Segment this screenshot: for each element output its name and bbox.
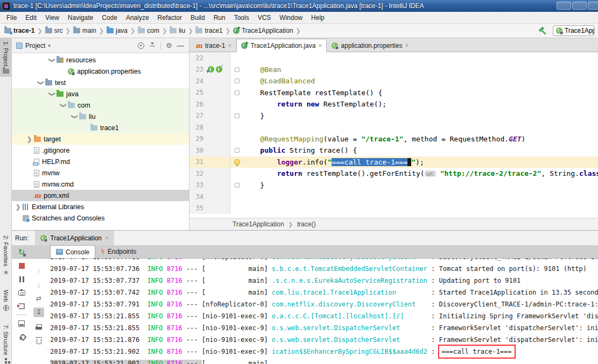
code-line[interactable]: 30 public String trace() {	[189, 145, 598, 156]
tree-item-application.properties[interactable]: application.properties	[12, 66, 189, 77]
menu-help[interactable]: Help	[307, 13, 329, 23]
tree-chevron-icon[interactable]: ❯	[48, 89, 56, 98]
settings-gear-icon[interactable]: ⚙	[165, 42, 173, 49]
menu-code[interactable]: Code	[97, 13, 122, 23]
tree-item-mvnw[interactable]: mvnw	[12, 167, 189, 179]
build-hammer-icon[interactable]	[538, 26, 547, 35]
locate-icon[interactable]	[137, 42, 145, 49]
pause-button[interactable]	[16, 274, 27, 284]
code-line[interactable]: 35	[189, 203, 598, 215]
close-icon[interactable]: ×	[105, 235, 109, 241]
tree-item-pom.xml[interactable]: pom.xml	[12, 190, 189, 201]
tab-endpoints[interactable]: ϟEndpoints	[95, 245, 142, 258]
menu-analyze[interactable]: Analyze	[122, 13, 153, 23]
menu-view[interactable]: View	[41, 13, 64, 23]
tree-item-com[interactable]: ❯com	[12, 99, 189, 111]
menu-window[interactable]: Window	[275, 13, 307, 23]
breadcrumb-item-trace1application[interactable]: Trace1Application	[232, 26, 294, 35]
run-tab-trace1application[interactable]: Trace1Application ×	[35, 231, 114, 245]
thread-dump-button[interactable]	[16, 288, 27, 297]
tree-item-help.md[interactable]: HELP.md	[12, 156, 189, 167]
scroll-end-button[interactable]: ↧	[33, 308, 44, 317]
code-line[interactable]: 27 }	[189, 110, 598, 122]
minimize-button[interactable]	[557, 2, 571, 10]
breadcrumb-item-trace-1[interactable]: trace-1	[3, 26, 36, 35]
tool-button-favorites[interactable]: 2: Favorites★	[0, 232, 12, 279]
code-line[interactable]: 23 @Bean	[189, 64, 598, 76]
code-line[interactable]: 24 @LoadBalanced	[189, 75, 598, 87]
tree-item-mvnw.cmd[interactable]: mvnw.cmd	[12, 179, 189, 190]
maximize-button[interactable]	[572, 2, 587, 10]
menu-tools[interactable]: Tools	[230, 13, 254, 23]
bean-icon bean-check[interactable]	[216, 66, 222, 73]
editor-tab-application.properties[interactable]: application.properties×	[327, 39, 413, 52]
menu-run[interactable]: Run	[209, 13, 230, 23]
code-line[interactable]: 25 RestTemplate restTemplate() {	[189, 87, 598, 99]
tree-item-.gitignore[interactable]: .gitignore	[12, 145, 189, 156]
fold-marker-icon[interactable]	[235, 90, 240, 95]
breadcrumb-class[interactable]: Trace1Application	[233, 220, 284, 228]
editor-tab-trace1application.java[interactable]: Trace1Application.java×	[236, 39, 327, 52]
menu-file[interactable]: File	[2, 13, 21, 23]
breadcrumb-item-java[interactable]: java	[105, 26, 129, 35]
tree-item-target[interactable]: ❯target	[12, 133, 189, 145]
tree-chevron-icon[interactable]: ❯	[48, 55, 56, 65]
breadcrumb-item-trace1[interactable]: trace1	[194, 26, 223, 35]
bulb-icon[interactable]	[234, 159, 240, 165]
tree-item-java[interactable]: ❯java	[12, 88, 189, 99]
editor-tab-trace-1[interactable]: trace-1×	[191, 39, 236, 52]
hide-panel-icon[interactable]: —	[176, 42, 185, 49]
menu-refactor[interactable]: Refactor	[153, 13, 186, 23]
tab-console[interactable]: Console	[50, 245, 95, 258]
fold-marker-icon[interactable]	[235, 67, 240, 72]
up-button[interactable]: ↑	[33, 266, 44, 275]
code-line[interactable]: 26 return new RestTemplate();	[189, 98, 598, 110]
code-line[interactable]: 34	[189, 191, 598, 203]
layout-button[interactable]	[16, 319, 27, 329]
menu-vcs[interactable]: VCS	[254, 13, 276, 23]
tree-item-test[interactable]: ❯test	[12, 77, 189, 88]
print-button[interactable]	[33, 322, 44, 331]
tree-chevron-icon[interactable]: ❯	[13, 203, 23, 211]
tree-item-scratches-and-consoles[interactable]: Scratches and Consoles	[12, 212, 189, 224]
tree-chevron-icon[interactable]: ❯	[37, 78, 45, 87]
tree-chevron-icon[interactable]: ❯	[60, 101, 67, 110]
tool-button-web[interactable]: Web	[0, 287, 12, 313]
chevron-down-icon[interactable]: ▾	[48, 43, 51, 48]
code-line[interactable]: 28	[189, 122, 598, 133]
menu-edit[interactable]: Edit	[21, 13, 41, 23]
soft-wrap-button[interactable]: ⇄	[33, 294, 44, 303]
pin-button[interactable]	[16, 332, 27, 342]
code-editor[interactable]: 2223 @Bean24 @LoadBalanced25 RestTemplat…	[189, 52, 598, 214]
project-panel-title[interactable]: Project	[25, 42, 45, 49]
fold-marker-icon[interactable]	[235, 183, 240, 188]
close-icon[interactable]: ×	[318, 42, 322, 49]
close-button[interactable]	[588, 2, 598, 10]
stop-button[interactable]	[16, 261, 27, 270]
console-output[interactable]: 2019-07-17 15:53:07.718 INFO 8716 --- [n…	[50, 259, 598, 364]
tool-button-project[interactable]: 1: Project	[0, 38, 12, 77]
fold-marker-icon[interactable]	[235, 148, 240, 153]
breadcrumb-item-liu[interactable]: liu	[168, 26, 186, 35]
fold-marker-icon[interactable]	[235, 113, 240, 118]
close-icon[interactable]: ×	[228, 42, 231, 49]
code-line[interactable]: 32 return restTemplate().getForEntity(ur…	[189, 168, 598, 180]
close-icon[interactable]: ×	[405, 42, 409, 49]
tree-chevron-icon[interactable]: ❯	[71, 112, 79, 121]
code-line[interactable]: 33 }	[189, 180, 598, 191]
tool-button-structure[interactable]: 7: Structure	[0, 322, 12, 364]
breadcrumb-item-com[interactable]: com	[137, 26, 160, 35]
collapse-all-icon[interactable]	[148, 42, 157, 49]
down-button[interactable]: ↓	[33, 280, 44, 289]
breadcrumb-item-main[interactable]: main	[72, 26, 97, 35]
tree-item-resources[interactable]: ❯resources	[12, 54, 189, 66]
code-line[interactable]: 22	[189, 52, 598, 64]
exit-button[interactable]	[16, 301, 27, 311]
clear-button[interactable]	[33, 336, 44, 345]
tree-item-external-libraries[interactable]: ❯External Libraries	[12, 201, 189, 212]
tree-item-trace1[interactable]: trace1	[12, 122, 189, 133]
tree-item-liu[interactable]: ❯liu	[12, 111, 189, 122]
breadcrumb-method[interactable]: trace()	[297, 220, 316, 228]
code-line[interactable]: 31 logger.info("===call trace-1===");	[189, 156, 598, 168]
code-line[interactable]: 29 @RequestMapping(value = "/trace-1", m…	[189, 133, 598, 145]
